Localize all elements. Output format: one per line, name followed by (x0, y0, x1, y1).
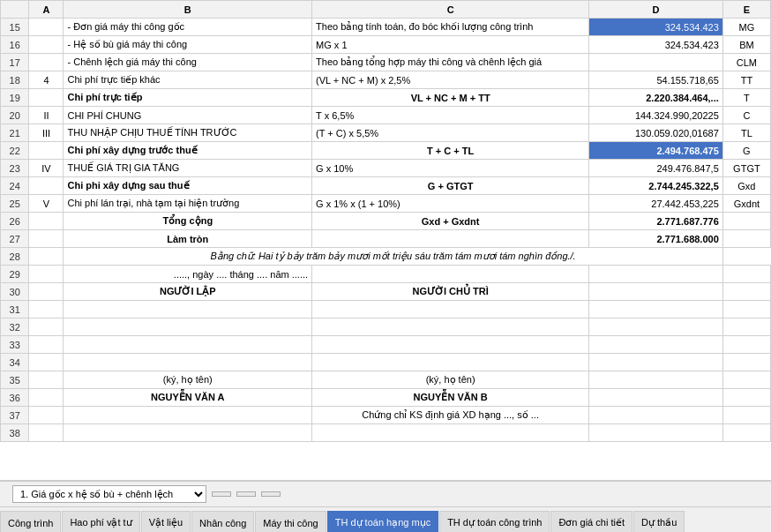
cell-b: THU NHẬP CHỊU THUẾ TÍNH TRƯỚC (64, 124, 312, 142)
cell-d (589, 424, 723, 442)
cell-e (722, 371, 770, 389)
tab-th-dự-toán-hạng-mục[interactable]: TH dự toán hạng mục (327, 511, 438, 532)
cell-c (312, 336, 589, 354)
cell-e: MG (722, 19, 770, 36)
row-number: 25 (1, 195, 29, 213)
cell-c (312, 230, 589, 248)
cell-d: 144.324.990,20225 (589, 107, 723, 124)
col-a-header: A (29, 1, 64, 19)
cell-c: T x 6,5% (312, 107, 589, 124)
table-row: 35(ký, họ tên)(ký, họ tên) (1, 371, 771, 389)
cell-a (29, 142, 64, 160)
cell-c: G x 1% x (1 + 10%) (312, 195, 589, 213)
row-number: 31 (1, 301, 29, 318)
cell-b: Chi phí trực tiếp khác (64, 71, 312, 89)
cell-b: THUẾ GIÁ TRỊ GIA TĂNG (64, 160, 312, 177)
row-number: 27 (1, 230, 29, 248)
row-number: 22 (1, 142, 29, 160)
cell-e (722, 301, 770, 318)
row-number: 36 (1, 389, 29, 407)
table-row: 31 (1, 301, 771, 318)
column-headers: A B C D E (1, 1, 771, 19)
table-row: 19Chi phí trực tiếpVL + NC + M + TT2.220… (1, 89, 771, 107)
cell-b: Chi phi xây dựng sau thuế (64, 177, 312, 195)
table-row: 26Tổng cộngGxd + Gxdnt2.771.687.776 (1, 213, 771, 230)
cell-b: (ký, họ tên) (64, 371, 312, 389)
cell-d: 324.534.423 (589, 19, 723, 36)
cell-d (589, 354, 723, 371)
xoa-mau-button[interactable] (261, 491, 281, 497)
cell-e (722, 213, 770, 230)
cell-b (64, 354, 312, 371)
spreadsheet: A B C D E 15- Đơn giá máy thi công gốcTh… (0, 0, 771, 481)
tab-máy-thi-công[interactable]: Máy thi công (255, 511, 326, 532)
cell-c: G x 10% (312, 160, 589, 177)
cell-d (589, 318, 723, 336)
cell-e (722, 424, 770, 442)
cell-a (29, 19, 64, 36)
cell-d: 130.059.020,01687 (589, 124, 723, 142)
cell-e (722, 389, 770, 407)
row-num-header (1, 1, 29, 19)
table-row: 36NGUYỄN VĂN ANGUYỄN VĂN B (1, 389, 771, 407)
tab-dự-thầu[interactable]: Dự thầu (633, 511, 685, 532)
cell-d: 54.155.718,65 (589, 71, 723, 89)
tab-đơn-giá-chi-tiết[interactable]: Đơn giá chi tiết (550, 511, 633, 532)
cell-b: Bằng chữ: Hai tỷ bảy trăm bảy mươi mốt t… (64, 248, 722, 266)
row-number: 24 (1, 177, 29, 195)
cell-b (64, 407, 312, 424)
table-row: 25VChi phí lán trại, nhà tạm tại hiện tr… (1, 195, 771, 213)
cell-c: MG x 1 (312, 36, 589, 54)
cell-b: Chi phí xây dựng trước thuế (64, 142, 312, 160)
cell-d (589, 283, 723, 301)
chon-mau-select[interactable]: 1. Giá gốc x hệ số bù + chênh lệch (12, 485, 206, 503)
tab-th-dự-toán-công-trình[interactable]: TH dự toán công trình (439, 511, 550, 532)
cell-a (29, 424, 64, 442)
cell-c: T + C + TL (312, 142, 589, 160)
luu-mau-button[interactable] (212, 491, 231, 497)
cell-e (722, 283, 770, 301)
tab-nhân-công[interactable]: Nhân công (191, 511, 254, 532)
cell-c: (VL + NC + M) x 2,5% (312, 71, 589, 89)
row-number: 21 (1, 124, 29, 142)
row-number: 37 (1, 407, 29, 424)
row-number: 26 (1, 213, 29, 230)
cell-a (29, 177, 64, 195)
them-mau-button[interactable] (236, 491, 256, 497)
cell-b: - Hệ số bù giá máy thi công (64, 36, 312, 54)
table-row: 27Làm tròn2.771.688.000 (1, 230, 771, 248)
cell-b: Chi phí lán trại, nhà tạm tại hiện trườn… (64, 195, 312, 213)
row-number: 15 (1, 19, 29, 36)
cell-b (64, 336, 312, 354)
cell-a (29, 213, 64, 230)
cell-d: 2.220.384.464,... (589, 89, 723, 107)
cell-a (29, 336, 64, 354)
tab-vật-liệu[interactable]: Vật liệu (141, 511, 191, 532)
row-number: 32 (1, 318, 29, 336)
cell-c (312, 318, 589, 336)
row-number: 20 (1, 107, 29, 124)
cell-a (29, 230, 64, 248)
cell-e: TT (722, 71, 770, 89)
cell-b (64, 301, 312, 318)
cell-a (29, 354, 64, 371)
tab-công-trình[interactable]: Công trình (0, 511, 61, 532)
cell-b: - Đơn giá máy thi công gốc (64, 19, 312, 36)
cell-b: - Chênh lệch giá máy thi công (64, 54, 312, 71)
row-number: 17 (1, 54, 29, 71)
cell-e: TL (722, 124, 770, 142)
table-row: 24Chi phi xây dựng sau thuếG + GTGT2.744… (1, 177, 771, 195)
table-row: 22Chi phí xây dựng trước thuếT + C + TL2… (1, 142, 771, 160)
row-number: 30 (1, 283, 29, 301)
cell-e (722, 266, 770, 283)
row-number: 33 (1, 336, 29, 354)
cell-d: 2.771.688.000 (589, 230, 723, 248)
cell-a (29, 389, 64, 407)
cell-c (312, 354, 589, 371)
cell-a (29, 371, 64, 389)
row-number: 35 (1, 371, 29, 389)
tab-hao-phí-vật-tư[interactable]: Hao phí vật tư (62, 511, 139, 532)
cell-a: V (29, 195, 64, 213)
cell-d: 2.494.768.475 (589, 142, 723, 160)
cell-e: T (722, 89, 770, 107)
